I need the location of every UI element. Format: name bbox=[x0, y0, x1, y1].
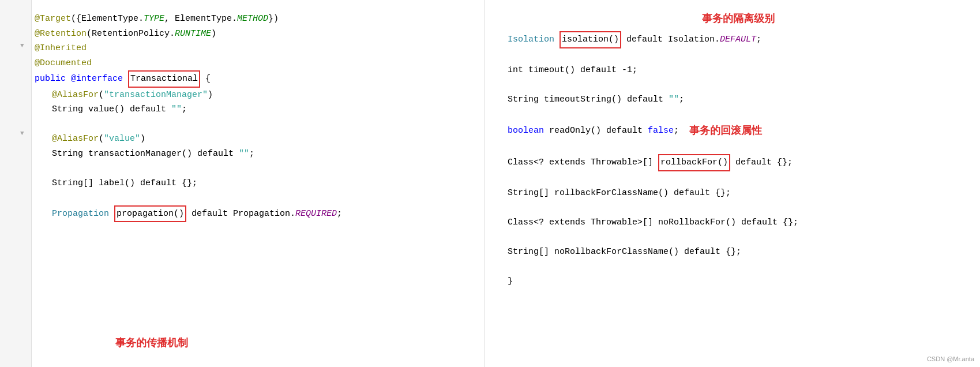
line-gutter: ▼ ▼ bbox=[0, 0, 32, 367]
rollback-attr-label: 事务的回滚属性 bbox=[689, 122, 762, 140]
rollbackfor-highlight: rollbackFor() bbox=[658, 154, 730, 171]
right-empty1 bbox=[508, 48, 968, 63]
right-code-line-3: String timeoutString() default ""; bbox=[508, 92, 968, 107]
right-code-line-6: String[] rollbackForClassName() default … bbox=[508, 186, 968, 201]
code-line-2: @Retention(RetentionPolicy.RUNTIME) bbox=[35, 27, 472, 42]
code-line-9: @AliasFor("value") bbox=[35, 132, 472, 147]
right-code-line-4: boolean readOnly() default false; 事务的回滚属… bbox=[508, 122, 968, 140]
code-line-empty1 bbox=[35, 117, 472, 132]
code-line-empty3 bbox=[35, 190, 472, 205]
right-code-line-8: String[] noRollbackForClassName() defaul… bbox=[508, 245, 968, 260]
right-code-line-7: Class<? extends Throwable>[] noRollbackF… bbox=[508, 215, 968, 230]
right-empty4 bbox=[508, 140, 968, 155]
isolation-title: 事务的隔离级别 bbox=[508, 12, 968, 25]
right-panel: 事务的隔离级别 Isolation isolation() default Is… bbox=[485, 0, 980, 367]
code-line-7: String value() default ""; bbox=[35, 102, 472, 117]
annotation-target: @Target bbox=[35, 12, 71, 27]
code-line-12: String[] label() default {}; bbox=[35, 176, 472, 191]
propagation-highlight: propagation() bbox=[114, 205, 186, 223]
code-line-14: Propagation propagation() default Propag… bbox=[35, 205, 472, 223]
method-keyword: METHOD bbox=[237, 12, 268, 27]
type-keyword: TYPE bbox=[144, 12, 164, 27]
code-line-10: String transactionManager() default ""; bbox=[35, 147, 472, 162]
code-line-5: public @interface Transactional { bbox=[35, 70, 472, 88]
right-empty3 bbox=[508, 107, 968, 122]
right-code-line-2: int timeout() default -1; bbox=[508, 63, 968, 78]
fold-icon-2: ▼ bbox=[20, 130, 24, 137]
code-line-4: @Documented bbox=[35, 56, 472, 71]
left-code-block: @Target({ElementType.TYPE, ElementType.M… bbox=[35, 12, 472, 222]
right-empty8 bbox=[508, 260, 968, 275]
fold-icon-1: ▼ bbox=[20, 42, 24, 49]
code-line-empty2 bbox=[35, 161, 472, 176]
right-empty7 bbox=[508, 230, 968, 245]
propagation-label: 事务的传播机制 bbox=[115, 336, 188, 350]
left-panel: ▼ ▼ @Target({ElementType.TYPE, ElementTy… bbox=[0, 0, 485, 367]
isolation-highlight: isolation() bbox=[560, 31, 621, 48]
right-code-block: Isolation isolation() default Isolation.… bbox=[508, 31, 968, 289]
right-empty6 bbox=[508, 201, 968, 216]
code-line-3: @Inherited bbox=[35, 41, 472, 56]
right-code-line-1: Isolation isolation() default Isolation.… bbox=[508, 31, 968, 48]
right-empty2 bbox=[508, 78, 968, 93]
right-empty5 bbox=[508, 171, 968, 186]
code-line-6: @AliasFor("transactionManager") bbox=[35, 88, 472, 103]
watermark: CSDN @Mr.anta bbox=[927, 355, 974, 362]
code-line-1: @Target({ElementType.TYPE, ElementType.M… bbox=[35, 12, 472, 27]
transactional-highlight: Transactional bbox=[128, 70, 200, 88]
right-code-line-5: Class<? extends Throwable>[] rollbackFor… bbox=[508, 154, 968, 171]
text: ({ElementType. bbox=[71, 12, 144, 27]
right-code-line-9: } bbox=[508, 274, 968, 289]
